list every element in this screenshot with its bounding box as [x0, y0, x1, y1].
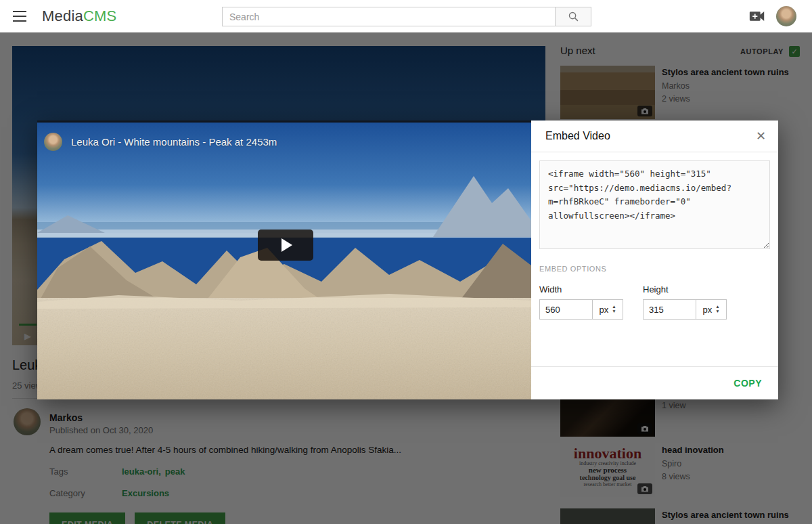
player-top-edge [37, 121, 531, 123]
width-field: Width px ▲▼ [539, 284, 623, 320]
logo-text-cms: CMS [83, 7, 117, 24]
height-field: Height px ▲▼ [643, 284, 727, 320]
menu-icon[interactable] [13, 11, 26, 22]
preview-author-avatar[interactable] [44, 133, 62, 151]
embed-options-label: EMBED OPTIONS [539, 265, 606, 273]
upload-media-icon[interactable] [748, 8, 766, 24]
user-avatar[interactable] [776, 6, 796, 26]
search-form [222, 7, 591, 26]
embed-dialog: Embed Video ✕ <iframe width="560" height… [531, 121, 778, 399]
unit-value: px [702, 305, 712, 315]
width-unit-select[interactable]: px ▲▼ [592, 299, 623, 320]
search-button[interactable] [555, 7, 591, 26]
logo-text-media: Media [42, 7, 83, 24]
app-logo[interactable]: MediaCMS [42, 7, 116, 25]
spinner-arrows-icon: ▲▼ [612, 305, 616, 314]
search-input[interactable] [222, 7, 555, 26]
top-app-bar: MediaCMS [0, 0, 812, 32]
width-input[interactable] [539, 299, 592, 320]
height-input[interactable] [643, 299, 696, 320]
spinner-arrows-icon: ▲▼ [715, 305, 719, 314]
embed-video-preview[interactable]: Leuka Ori - White mountains - Peak at 24… [37, 121, 531, 399]
embed-popup: Leuka Ori - White mountains - Peak at 24… [37, 121, 778, 399]
close-icon[interactable]: ✕ [756, 130, 766, 142]
play-icon [281, 238, 292, 252]
dialog-header: Embed Video ✕ [531, 121, 778, 152]
width-label: Width [539, 284, 623, 294]
play-button[interactable] [258, 230, 313, 261]
search-icon [568, 11, 579, 22]
dialog-footer: COPY [531, 366, 778, 399]
height-label: Height [643, 284, 727, 294]
preview-video-title[interactable]: Leuka Ori - White mountains - Peak at 24… [71, 136, 277, 148]
unit-value: px [599, 305, 608, 315]
height-unit-select[interactable]: px ▲▼ [696, 299, 727, 320]
embed-code-textarea[interactable]: <iframe width="560" height="315" src="ht… [539, 160, 770, 249]
copy-button[interactable]: COPY [734, 378, 762, 389]
preview-header: Leuka Ori - White mountains - Peak at 24… [44, 133, 277, 151]
dialog-title: Embed Video [545, 130, 756, 142]
